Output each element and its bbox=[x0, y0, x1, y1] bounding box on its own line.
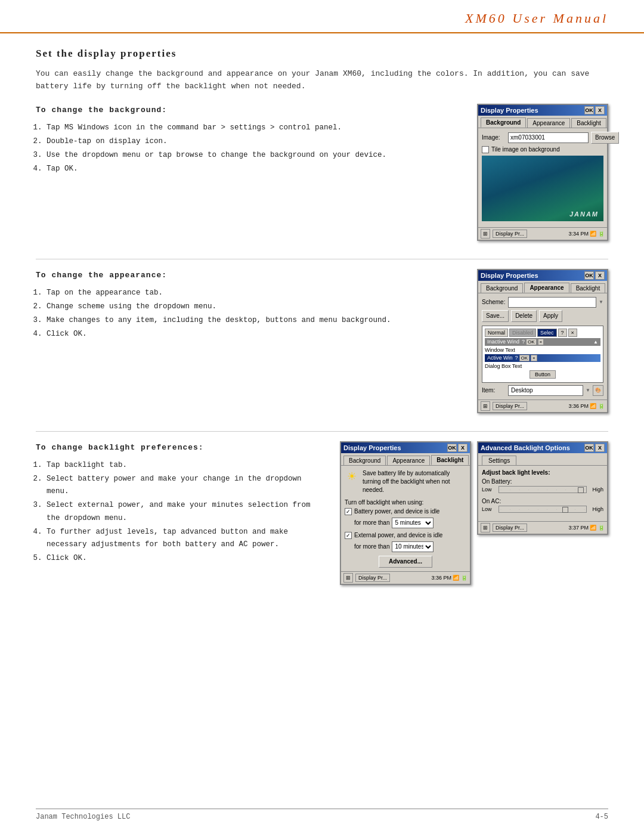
tab-appearance[interactable]: Appearance bbox=[387, 456, 430, 465]
tab-backlight[interactable]: Backlight bbox=[431, 455, 469, 465]
item-dropdown[interactable]: Desktop bbox=[508, 385, 583, 396]
display-properties-appearance-dialog: Display Properties OK X Background Appea… bbox=[477, 269, 608, 413]
dialog-box-text-label: Dialog Box Text bbox=[485, 363, 600, 369]
item-row: Item: Desktop ▼ 🎨 bbox=[482, 385, 603, 396]
on-battery-label: On Battery: bbox=[482, 478, 603, 485]
selected-swatch[interactable]: Selec bbox=[537, 329, 557, 337]
close-swatch[interactable]: × bbox=[568, 329, 577, 337]
external-time-row: for more than 10 minutes bbox=[345, 541, 466, 552]
appearance-heading: To change the appearance: bbox=[36, 269, 465, 282]
dialog-taskbar: ⊞ Display Pr... 3:37 PM 📶 🔋 bbox=[478, 521, 607, 534]
tab-backlight[interactable]: Backlight bbox=[571, 118, 606, 128]
backlight-dialogs-area: Display Properties OK X Background Appea… bbox=[340, 441, 608, 585]
list-item: Change scheme using the dropdown menu. bbox=[47, 301, 465, 313]
turn-off-label: Turn off backlight when using: bbox=[345, 499, 466, 506]
display-properties-background-dialog: Display Properties OK X Background Appea… bbox=[477, 104, 608, 241]
adv-tab-row: Settings bbox=[478, 453, 607, 466]
start-button[interactable]: ⊞ bbox=[343, 573, 353, 583]
window-text: Window Text bbox=[485, 347, 600, 353]
appearance-instructions: To change the appearance: Tap on the app… bbox=[36, 269, 465, 413]
battery-checkbox-row: Battery power, and device is idle bbox=[345, 508, 466, 515]
adjust-label: Adjust back light levels: bbox=[482, 469, 603, 476]
browse-button[interactable]: Browse bbox=[591, 132, 619, 144]
battery-checkbox[interactable] bbox=[345, 508, 352, 515]
apply-button[interactable]: Apply bbox=[539, 310, 562, 322]
list-item: Select external power, and make your min… bbox=[47, 499, 328, 525]
start-button[interactable]: ⊞ bbox=[481, 229, 490, 239]
start-button[interactable]: ⊞ bbox=[481, 401, 490, 411]
start-button[interactable]: ⊞ bbox=[481, 523, 490, 532]
scheme-dropdown[interactable] bbox=[508, 297, 596, 308]
dialog-title: Display Properties bbox=[481, 272, 538, 279]
ok-title-button[interactable]: OK bbox=[584, 271, 594, 280]
tile-checkbox[interactable] bbox=[482, 146, 489, 153]
dialog-taskbar: ⊞ Display Pr... 3:34 PM 📶 🔋 bbox=[478, 227, 607, 240]
battery-check-label: Battery power, and device is idle bbox=[354, 508, 439, 515]
tab-appearance[interactable]: Appearance bbox=[524, 283, 569, 293]
tab-background[interactable]: Background bbox=[481, 283, 523, 293]
background-preview: JANAM bbox=[482, 156, 603, 221]
background-instructions: To change the background: Tap MS Windows… bbox=[36, 104, 465, 241]
chevron-down-icon: ▼ bbox=[599, 299, 603, 305]
titlebar-buttons: OK X bbox=[584, 271, 605, 280]
divider-1 bbox=[36, 259, 608, 259]
dialog-body: Image: Browse Tile image on background J… bbox=[478, 128, 607, 227]
battery-time-dropdown[interactable]: 5 minutes bbox=[392, 518, 434, 528]
taskbar-item[interactable]: Display Pr... bbox=[355, 574, 390, 582]
color-preview-area: Normal Disabled Selec ? × Inactive Wind … bbox=[482, 326, 603, 383]
battery-slider-handle[interactable] bbox=[578, 487, 584, 493]
item-icon-button[interactable]: 🎨 bbox=[593, 385, 603, 396]
dialog-title: Advanced Backlight Options bbox=[481, 444, 570, 451]
normal-swatch[interactable]: Normal bbox=[485, 329, 508, 337]
ac-slider-handle[interactable] bbox=[562, 507, 568, 513]
inactive-window-text: Inactive Wind bbox=[487, 339, 519, 345]
tab-background[interactable]: Background bbox=[481, 117, 526, 128]
advanced-button[interactable]: Advanced... bbox=[379, 556, 432, 568]
save-button[interactable]: Save... bbox=[482, 310, 509, 322]
image-label: Image: bbox=[482, 134, 506, 141]
tab-backlight[interactable]: Backlight bbox=[571, 283, 606, 293]
main-content: Set the display properties You can easil… bbox=[0, 33, 644, 617]
save-battery-text: Save battery life by automatically turni… bbox=[363, 469, 466, 494]
ac-slider[interactable]: ····· ····· bbox=[499, 506, 587, 513]
image-input[interactable] bbox=[508, 132, 589, 143]
taskbar-time: 3:37 PM 📶 🔋 bbox=[568, 525, 605, 531]
dialog-titlebar: Display Properties OK X bbox=[478, 105, 607, 116]
on-ac-label: On AC: bbox=[482, 498, 603, 504]
intro-text: You can easily change the background and… bbox=[36, 68, 608, 93]
taskbar-item[interactable]: Display Pr... bbox=[493, 402, 527, 410]
tab-appearance[interactable]: Appearance bbox=[527, 118, 570, 128]
close-title-button[interactable]: X bbox=[595, 271, 605, 280]
background-dialog-area: Display Properties OK X Background Appea… bbox=[477, 104, 608, 241]
backlight-section: To change backlight preferences: Tap bac… bbox=[36, 441, 608, 585]
titlebar-buttons: OK X bbox=[447, 444, 467, 452]
section-title: Set the display properties bbox=[36, 48, 608, 60]
dialog-titlebar: Advanced Backlight Options OK X bbox=[478, 442, 607, 453]
dialog-titlebar: Display Properties OK X bbox=[478, 270, 607, 281]
external-checkbox[interactable] bbox=[345, 532, 352, 539]
close-title-button[interactable]: X bbox=[595, 106, 605, 114]
delete-button[interactable]: Delete bbox=[511, 310, 537, 322]
question-swatch[interactable]: ? bbox=[558, 329, 567, 337]
divider-2 bbox=[36, 431, 608, 432]
low2-label: Low bbox=[482, 506, 496, 512]
battery-slider[interactable]: ····· ····· bbox=[499, 486, 587, 493]
tab-background[interactable]: Background bbox=[343, 456, 386, 465]
taskbar-item[interactable]: Display Pr... bbox=[493, 230, 527, 238]
ok-title-button[interactable]: OK bbox=[447, 444, 457, 452]
adv-body: Adjust back light levels: On Battery: Lo… bbox=[478, 466, 607, 521]
ok-title-button[interactable]: OK bbox=[584, 444, 594, 452]
disabled-swatch[interactable]: Disabled bbox=[509, 329, 536, 337]
tile-label: Tile image on background bbox=[491, 146, 560, 153]
taskbar-item[interactable]: Display Pr... bbox=[493, 524, 527, 532]
appearance-steps: Tap on the appearance tab. Change scheme… bbox=[36, 287, 465, 341]
battery-time-row: for more than 5 minutes bbox=[345, 518, 466, 528]
dialog-taskbar: ⊞ Display Pr... 3:36 PM 📶 🔋 bbox=[341, 571, 470, 584]
ok-title-button[interactable]: OK bbox=[584, 106, 594, 114]
external-time-dropdown[interactable]: 10 minutes bbox=[392, 541, 434, 552]
footer-left: Janam Technologies LLC bbox=[36, 813, 130, 821]
close-title-button[interactable]: X bbox=[458, 444, 467, 452]
item-label: Item: bbox=[482, 387, 506, 394]
close-title-button[interactable]: X bbox=[595, 444, 605, 452]
settings-tab[interactable]: Settings bbox=[482, 456, 516, 465]
